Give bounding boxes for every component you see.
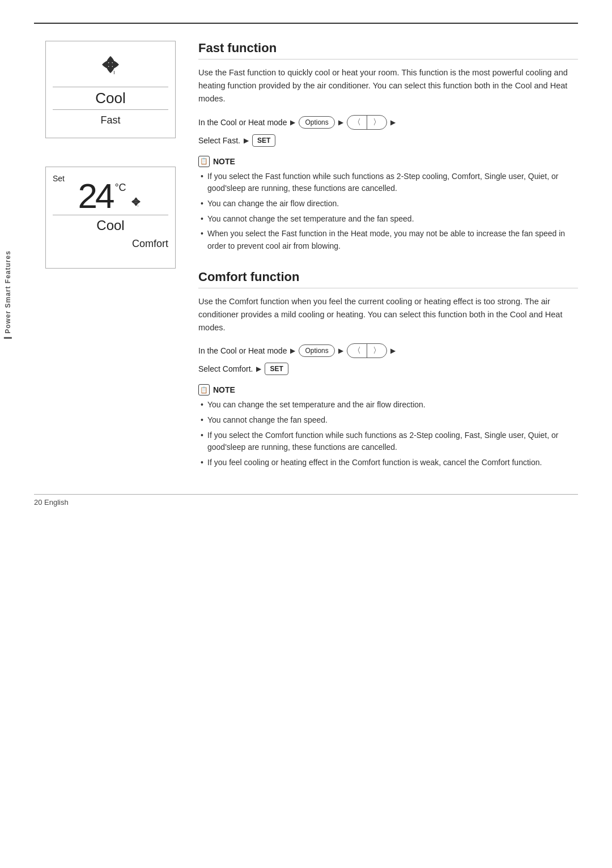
comfort-note-header: 📋 NOTE [198, 384, 578, 395]
device-fast-box: ı Cool Fast [45, 41, 176, 138]
comfort-arrow3: ▶ [390, 347, 396, 355]
fast-function-title: Fast function [198, 41, 578, 59]
fast-note-item-4: When you select the Fast function in the… [198, 228, 578, 252]
comfort-fan-icon: ı [129, 194, 143, 212]
fast-options-btn[interactable]: Options [299, 116, 334, 129]
fast-arrow3: ▶ [390, 118, 396, 126]
device-comfort-box: Set 24 °C ı Cool [45, 167, 176, 269]
comfort-function-section: Comfort function Use the Comfort functio… [198, 270, 578, 469]
fast-nav-left[interactable]: 〈 [347, 116, 367, 129]
fast-note-item-1: If you select the Fast function while su… [198, 171, 578, 195]
fast-nav-group: 〈 〉 [347, 115, 387, 130]
comfort-nav-group: 〈 〉 [347, 343, 387, 358]
svg-point-0 [108, 62, 113, 67]
fast-select-text: Select Fast. [198, 136, 240, 145]
fast-arrow1: ▶ [290, 118, 295, 126]
comfort-instruction-text1: In the Cool or Heat mode [198, 346, 287, 355]
comfort-arrow2: ▶ [338, 347, 343, 355]
comfort-mode-label: Cool [53, 215, 168, 236]
fast-set-btn[interactable]: SET [252, 134, 275, 147]
comfort-select-text: Select Comfort. [198, 364, 253, 373]
fast-note-list: If you select the Fast function while su… [198, 171, 578, 253]
fast-function-label: Fast [100, 114, 120, 126]
comfort-temp-number: 24 [78, 178, 112, 214]
fast-instruction-row2: Select Fast. ▶ SET [198, 134, 578, 147]
main-content: ı Cool Fast Set 24 °C [45, 41, 578, 483]
comfort-note-label: NOTE [213, 385, 235, 394]
side-tab-label: Power Smart Features [4, 250, 12, 339]
comfort-note-section: 📋 NOTE You can change the set temperatur… [198, 384, 578, 469]
fast-note-label: NOTE [213, 157, 235, 166]
fast-note-item-3: You cannot change the set temperature an… [198, 213, 578, 225]
comfort-temp-area: 24 °C ı [53, 178, 168, 214]
comfort-note-icon: 📋 [198, 384, 210, 395]
fast-note-section: 📋 NOTE If you select the Fast function w… [198, 156, 578, 253]
top-divider [34, 23, 578, 24]
comfort-options-btn[interactable]: Options [299, 344, 334, 357]
footer-page-number: 20 English [34, 498, 578, 507]
fast-nav-right[interactable]: 〉 [367, 116, 386, 129]
fast-note-header: 📋 NOTE [198, 156, 578, 167]
comfort-temp-unit: °C [114, 182, 126, 194]
comfort-nav-right[interactable]: 〉 [367, 344, 386, 358]
fast-function-section: Fast function Use the Fast function to q… [198, 41, 578, 253]
comfort-function-title: Comfort function [198, 270, 578, 288]
fast-note-icon: 📋 [198, 156, 210, 167]
svg-text:ı: ı [113, 69, 115, 75]
fast-instruction-row1: In the Cool or Heat mode ▶ Options ▶ 〈 〉… [198, 115, 578, 130]
comfort-function-desc: Use the Comfort function when you feel t… [198, 295, 578, 335]
comfort-set-label: Set [53, 174, 65, 183]
comfort-set-btn[interactable]: SET [265, 363, 288, 375]
comfort-arrow1: ▶ [290, 347, 295, 355]
fast-note-item-2: You can change the air flow direction. [198, 198, 578, 210]
fast-mode-label: Cool [53, 87, 168, 110]
comfort-function-label: Comfort [53, 238, 168, 250]
comfort-note-item-1: You can change the set temperature and t… [198, 399, 578, 411]
svg-point-2 [134, 201, 137, 203]
comfort-arrow4: ▶ [256, 365, 261, 373]
side-tab: Power Smart Features [0, 249, 16, 340]
right-column: Fast function Use the Fast function to q… [198, 41, 578, 483]
snowflake-svg: ı [96, 50, 125, 79]
svg-text:ı: ı [137, 204, 138, 207]
fast-arrow2: ▶ [338, 118, 343, 126]
comfort-note-list: You can change the set temperature and t… [198, 399, 578, 469]
comfort-nav-left[interactable]: 〈 [347, 344, 367, 358]
comfort-note-item-4: If you feel cooling or heating effect in… [198, 457, 578, 469]
left-column: ı Cool Fast Set 24 °C [45, 41, 176, 483]
comfort-instruction-row1: In the Cool or Heat mode ▶ Options ▶ 〈 〉… [198, 343, 578, 358]
comfort-instruction-row2: Select Comfort. ▶ SET [198, 363, 578, 375]
fast-arrow4: ▶ [244, 137, 249, 144]
footer-divider [34, 494, 578, 495]
comfort-note-item-2: You cannot change the fan speed. [198, 414, 578, 427]
fast-instruction-text1: In the Cool or Heat mode [198, 118, 287, 127]
fast-device-icon: ı [96, 50, 125, 82]
comfort-note-item-3: If you select the Comfort function while… [198, 429, 578, 454]
fast-function-desc: Use the Fast function to quickly cool or… [198, 66, 578, 106]
